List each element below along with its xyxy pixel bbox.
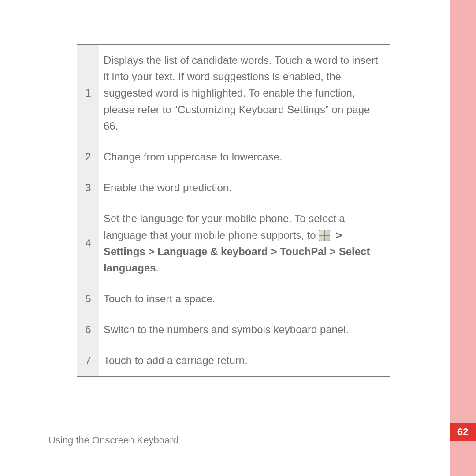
row-description: Touch to insert a space. — [99, 283, 390, 314]
section-footer: Using the Onscreen Keyboard — [48, 435, 178, 446]
row-description: Change from uppercase to lowercase. — [99, 141, 390, 172]
row-number: 5 — [77, 283, 99, 314]
keyboard-legend-table: 1 Displays the list of candidate words. … — [77, 44, 390, 377]
row-desc-prefix: Set the language for your mobile phone. … — [104, 212, 345, 241]
row-description: Enable the word prediction. — [99, 172, 390, 203]
row-number: 7 — [77, 345, 99, 376]
footer-text: Using the Onscreen Keyboard — [48, 435, 178, 446]
row-description: Switch to the numbers and symbols keyboa… — [99, 314, 390, 345]
row-description: Touch to add a carriage return. — [99, 345, 390, 376]
table-row: 2 Change from uppercase to lowercase. — [77, 141, 390, 172]
row-description: Set the language for your mobile phone. … — [99, 203, 390, 283]
table-row: 5 Touch to insert a space. — [77, 283, 390, 314]
row-description: Displays the list of candidate words. To… — [99, 45, 390, 141]
table-row: 3 Enable the word prediction. — [77, 172, 390, 203]
apps-grid-icon — [319, 230, 330, 241]
row-number: 3 — [77, 172, 99, 203]
row-desc-suffix: . — [156, 262, 159, 274]
page-number-tab: 62 — [450, 423, 476, 441]
table-row: 7 Touch to add a carriage return. — [77, 345, 390, 376]
row-number: 6 — [77, 314, 99, 345]
row-number: 2 — [77, 141, 99, 172]
table-row: 4 Set the language for your mobile phone… — [77, 203, 390, 283]
side-accent-bar: 62 — [450, 0, 476, 476]
row-number: 1 — [77, 45, 99, 141]
table-row: 1 Displays the list of candidate words. … — [77, 45, 390, 141]
page-number: 62 — [457, 426, 468, 438]
row-number: 4 — [77, 203, 99, 283]
table-row: 6 Switch to the numbers and symbols keyb… — [77, 314, 390, 345]
